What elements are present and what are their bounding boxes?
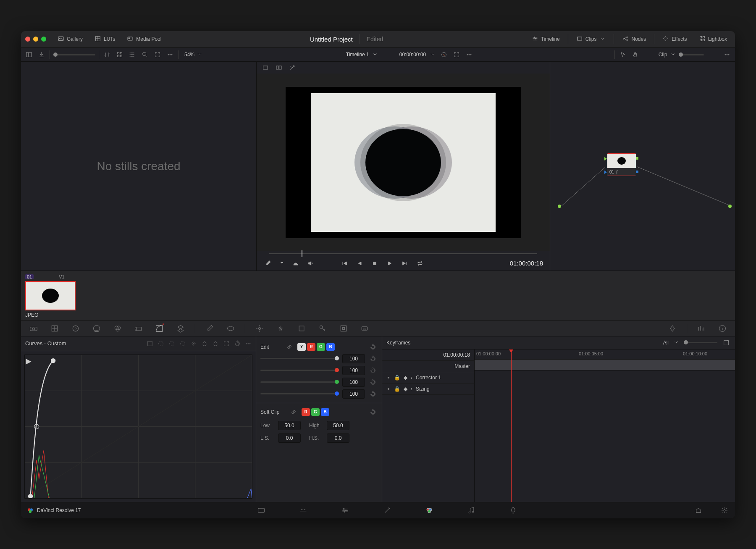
intensity-y-value[interactable]: 100 [342,354,365,363]
hand-tool-icon[interactable] [631,50,640,59]
diamond-icon[interactable]: ◆ [404,386,407,392]
intensity-g-value[interactable]: 100 [342,378,365,387]
expand-icon[interactable] [722,338,731,347]
qualifier-tab[interactable] [203,323,216,334]
chevron-right-icon[interactable]: › [411,375,412,381]
intensity-r-slider[interactable] [260,370,339,371]
hue-sat-icon[interactable] [168,339,175,348]
stop-icon[interactable] [370,259,379,268]
hue-hue-icon[interactable] [158,339,164,348]
more-icon[interactable] [245,339,252,348]
reset-icon[interactable] [368,342,378,352]
curve-editor[interactable] [24,355,252,499]
high-value[interactable]: 50.0 [327,421,349,430]
softclip-g-button[interactable]: G [311,408,320,416]
viewer-mode-b-icon[interactable] [274,63,284,72]
viewer-timecode[interactable]: 00:00:00:00 [399,52,426,58]
mediapool-tab[interactable]: Media Pool [123,33,165,46]
viewer-canvas[interactable] [286,87,521,238]
intensity-b-slider[interactable] [260,393,339,394]
luts-tab[interactable]: LUTs [91,33,119,46]
curves-tab[interactable] [153,323,166,334]
info-icon[interactable] [716,323,729,334]
softclip-r-button[interactable]: R [302,408,310,416]
clips-dropdown[interactable]: Clips [572,33,610,46]
search-icon[interactable] [140,50,150,59]
motion-tab[interactable] [132,323,145,334]
playhead[interactable] [511,349,512,502]
fullscreen-icon[interactable] [153,50,162,59]
hue-lum-icon[interactable] [179,339,186,348]
import-icon[interactable] [37,50,46,59]
viewer-scrubber[interactable] [257,251,550,256]
zoom-icon[interactable] [41,37,46,42]
hdr-tab[interactable]: HDR [90,323,103,334]
last-frame-icon[interactable] [400,259,410,268]
node-input-green-icon[interactable] [604,157,607,160]
reset-icon[interactable] [368,366,378,375]
list-view-icon[interactable] [128,50,137,59]
warper-tab[interactable] [174,323,187,334]
node-output-blue-icon[interactable] [636,171,638,173]
viewer-tc[interactable]: 01:00:00:18 [510,260,543,267]
more-icon[interactable] [165,50,175,59]
fairlight-page-tab[interactable] [467,506,475,515]
close-icon[interactable] [25,37,30,42]
chevron-down-icon[interactable] [669,51,676,59]
channel-r-button[interactable]: R [307,343,315,351]
first-frame-icon[interactable] [340,259,349,268]
channel-y-button[interactable]: Y [297,343,306,351]
nodes-tab[interactable]: Nodes [618,33,650,46]
cut-page-tab[interactable] [299,506,307,515]
sat-lum-icon[interactable] [212,339,219,348]
tracker-tab[interactable] [253,323,266,334]
reset-icon[interactable] [368,354,378,363]
chevron-down-icon[interactable] [278,259,285,267]
kf-zoom-slider[interactable] [684,342,717,343]
node-output-green-icon[interactable] [636,157,638,160]
media-page-tab[interactable] [257,506,265,515]
timeline-selector[interactable]: Timeline 1 [346,51,378,59]
intensity-g-slider[interactable] [260,381,339,383]
mask-icon[interactable] [291,259,300,268]
diamond-icon[interactable]: ◆ [404,375,407,381]
reset-icon[interactable] [234,339,241,348]
chevron-right-icon[interactable]: › [411,386,412,392]
play-reverse-icon[interactable] [355,259,364,268]
sizing-tab[interactable] [337,323,350,334]
more-icon[interactable] [465,50,474,59]
lightbox-tab[interactable]: Lightbox [695,33,731,46]
intensity-r-value[interactable]: 100 [342,366,365,375]
kf-track-corrector[interactable]: 🔒 ◆ › Corrector 1 [382,372,474,384]
window-tab[interactable] [224,323,237,334]
reset-icon[interactable] [368,389,378,399]
low-value[interactable]: 50.0 [278,421,301,430]
color-node[interactable]: 01 ∫ [607,153,636,176]
keyframe-palette-icon[interactable] [666,323,679,334]
wheels-tab[interactable] [69,323,82,334]
3d-tab[interactable]: 3D [358,323,371,334]
loop-icon[interactable] [415,259,425,268]
camera-raw-tab[interactable] [27,323,40,334]
hs-value[interactable]: 0.0 [327,433,349,443]
softclip-b-button[interactable]: B [321,408,329,416]
node-input-blue-icon[interactable] [604,171,607,174]
expand-icon[interactable] [223,339,230,348]
kf-ruler[interactable]: 01:00:00:00 01:00:05:00 01:00:10:00 [475,349,735,360]
sort-icon[interactable] [102,50,112,59]
kf-master-track[interactable] [475,360,735,370]
color-match-tab[interactable] [48,323,61,334]
viewer-mode-a-icon[interactable] [261,63,270,72]
fusion-page-tab[interactable] [383,506,391,515]
chevron-down-icon[interactable] [429,51,436,59]
intensity-b-value[interactable]: 100 [342,389,365,399]
magic-mask-tab[interactable] [274,323,287,334]
channel-b-button[interactable]: B [326,343,335,351]
node-mode[interactable]: Clip [659,52,667,58]
color-page-tab[interactable] [425,506,433,515]
blur-tab[interactable] [295,323,308,334]
lock-icon[interactable]: 🔒 [394,375,400,381]
eyedropper-icon[interactable] [263,259,273,268]
keyframes-filter[interactable]: All [663,340,669,346]
channel-g-button[interactable]: G [317,343,325,351]
